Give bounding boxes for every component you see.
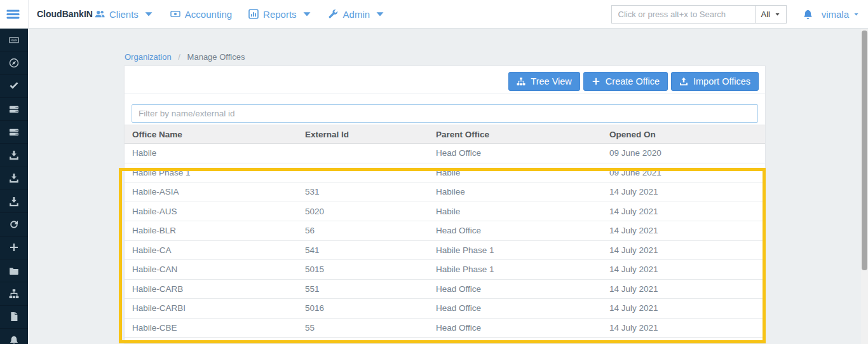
sidebar-item-check[interactable] xyxy=(0,75,28,98)
sidebar-item-server[interactable] xyxy=(0,121,28,144)
sidebar-item-sitemap[interactable] xyxy=(0,282,28,305)
table-cell: Habile-CBE xyxy=(125,318,297,338)
table-cell: Habile-BLR xyxy=(125,221,297,241)
brand-logo[interactable]: CloudBankIN xyxy=(37,0,93,28)
table-cell: 541 xyxy=(297,240,428,260)
bar-chart-icon xyxy=(248,9,259,19)
table-row[interactable]: Habile-AUS5020Habile14 July 2021 xyxy=(125,202,765,221)
table-row[interactable]: Habile-CAN5015Habile Phase 114 July 2021 xyxy=(125,260,765,280)
table-cell: Head Office xyxy=(428,144,602,163)
table-cell: 14 July 2021 xyxy=(602,202,765,221)
sidebar-item-refresh[interactable] xyxy=(0,213,28,236)
check-icon xyxy=(9,81,19,91)
nav-item-label: Clients xyxy=(109,9,139,20)
column-header: Parent Office xyxy=(428,125,602,144)
top-navbar: CloudBankIN ClientsAccountingReportsAdmi… xyxy=(0,0,868,29)
sidebar-item-download[interactable] xyxy=(0,190,28,213)
scrollbar-thumb[interactable] xyxy=(862,31,867,270)
table-row[interactable]: Habile Phase 1Habile09 June 2021 xyxy=(125,163,765,182)
wrench-icon xyxy=(329,9,339,19)
keyboard-icon xyxy=(9,35,19,45)
sidebar-item-download[interactable] xyxy=(0,144,28,167)
table-row[interactable]: Habile-CA541Habile Phase 114 July 2021 xyxy=(125,240,765,260)
table-cell: 14 July 2021 xyxy=(602,182,765,202)
filter-input[interactable] xyxy=(132,104,758,123)
sidebar-item-download[interactable] xyxy=(0,167,28,190)
table-cell: 56 xyxy=(297,221,428,241)
breadcrumb-current: Manage Offices xyxy=(187,52,245,62)
table-cell: Head Office xyxy=(428,279,602,299)
table-cell: 14 July 2021 xyxy=(602,260,765,280)
table-cell: Habile xyxy=(125,144,297,163)
table-cell: 14 July 2021 xyxy=(602,318,765,338)
table-cell: Habile Phase 1 xyxy=(428,240,602,260)
sidebar-item-keyboard[interactable] xyxy=(0,29,28,52)
search-input[interactable] xyxy=(611,5,755,24)
bell-icon xyxy=(9,335,19,344)
navbar-divider xyxy=(28,0,29,28)
table-cell: Habile-CA xyxy=(125,240,297,260)
offices-table: Office NameExternal IdParent OfficeOpene… xyxy=(125,125,765,338)
download-icon xyxy=(9,173,19,183)
table-cell: 09 June 2020 xyxy=(602,144,765,163)
table-cell: 551 xyxy=(297,279,428,299)
sidebar-item-file[interactable] xyxy=(0,306,28,329)
table-cell: 09 June 2021 xyxy=(602,163,765,182)
nav-item-reports[interactable]: Reports xyxy=(248,9,312,20)
table-cell: Head Office xyxy=(428,318,602,338)
table-row[interactable]: Habile-BLR56Head Office14 July 2021 xyxy=(125,221,765,241)
tree-view-button[interactable]: Tree View xyxy=(508,72,580,91)
table-row[interactable]: Habile-CBE55Head Office14 July 2021 xyxy=(125,318,765,338)
sidebar-item-plus[interactable] xyxy=(0,237,28,259)
table-cell: 5016 xyxy=(297,299,428,319)
table-cell: 14 July 2021 xyxy=(602,299,765,319)
global-search: All xyxy=(611,5,787,24)
scrollbar[interactable] xyxy=(861,29,868,344)
server-icon xyxy=(9,127,19,137)
menu-toggle-icon[interactable] xyxy=(6,7,20,22)
breadcrumb-organization[interactable]: Organization xyxy=(125,52,172,62)
table-cell: Habile-CARBI xyxy=(125,299,297,319)
caret-down-icon xyxy=(853,11,859,17)
nav-item-admin[interactable]: Admin xyxy=(329,9,386,20)
table-cell: Habile Phase 1 xyxy=(428,260,602,280)
search-scope-label: All xyxy=(761,10,770,19)
table-cell: Habile xyxy=(428,202,602,221)
sidebar-item-server[interactable] xyxy=(0,98,28,121)
table-cell: Habilee xyxy=(428,182,602,202)
button-label: Create Office xyxy=(606,76,660,86)
button-label: Import Offices xyxy=(693,76,750,86)
sidebar-item-folder[interactable] xyxy=(0,259,28,282)
upload-icon xyxy=(679,77,688,86)
nav-item-label: Admin xyxy=(343,9,370,20)
sidebar-item-bell[interactable] xyxy=(0,329,28,344)
nav-item-clients[interactable]: Clients xyxy=(95,9,154,20)
search-scope-dropdown[interactable]: All xyxy=(755,5,787,24)
plus-icon xyxy=(9,242,19,252)
compass-icon xyxy=(9,58,19,68)
navbar-menu: ClientsAccountingReportsAdmin xyxy=(95,0,385,28)
import-offices-button[interactable]: Import Offices xyxy=(671,72,759,91)
sidebar-item-compass[interactable] xyxy=(0,52,28,74)
table-row[interactable]: Habile-CARBI5016Head Office14 July 2021 xyxy=(125,299,765,319)
column-header: External Id xyxy=(297,125,428,144)
divider xyxy=(125,93,765,94)
table-row[interactable]: HabileHead Office09 June 2020 xyxy=(125,144,765,163)
notifications-bell-icon[interactable] xyxy=(803,9,813,20)
table-cell xyxy=(297,163,428,182)
table-body: HabileHead Office09 June 2020Habile Phas… xyxy=(125,144,765,338)
nav-item-accounting[interactable]: Accounting xyxy=(170,9,232,20)
refresh-icon xyxy=(9,219,19,230)
user-menu[interactable]: vimala xyxy=(822,0,859,28)
create-office-button[interactable]: Create Office xyxy=(583,72,668,91)
nav-item-label: Reports xyxy=(263,9,297,20)
table-cell: Habile-AUS xyxy=(125,202,297,221)
sitemap-icon xyxy=(9,289,19,299)
table-cell: Habile-CAN xyxy=(125,260,297,280)
users-icon xyxy=(95,9,105,19)
file-icon xyxy=(9,312,19,322)
table-cell: 14 July 2021 xyxy=(602,279,765,299)
table-row[interactable]: Habile-ASIA531Habilee14 July 2021 xyxy=(125,182,765,202)
table-cell: Habile xyxy=(428,163,602,182)
table-row[interactable]: Habile-CARB551Head Office14 July 2021 xyxy=(125,279,765,299)
